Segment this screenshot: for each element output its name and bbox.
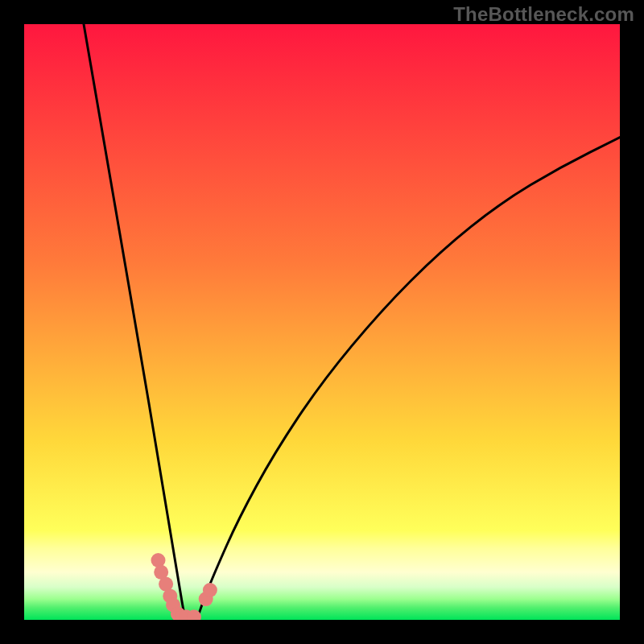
sample-marker [203,583,217,597]
chart-frame: TheBottleneck.com [0,0,644,644]
bottleneck-chart [24,24,620,620]
watermark-text: TheBottleneck.com [453,3,634,26]
plot-area [24,24,620,620]
gradient-background [24,24,620,620]
